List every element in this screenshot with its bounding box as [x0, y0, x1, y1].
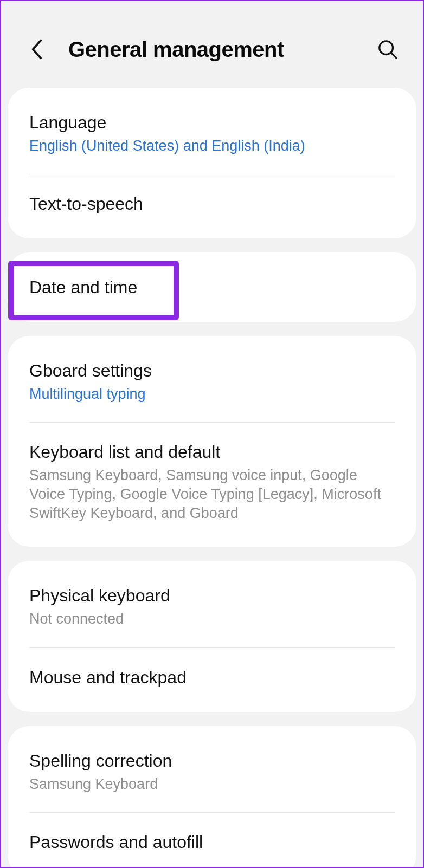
settings-group-datetime: Date and time: [8, 252, 416, 322]
header: General management: [1, 1, 423, 88]
search-button[interactable]: [374, 36, 401, 63]
svg-line-1: [391, 53, 397, 59]
spelling-title: Spelling correction: [29, 750, 395, 772]
search-icon: [377, 39, 398, 60]
autofill-title: Passwords and autofill: [29, 831, 395, 853]
settings-screen: General management Language English (Uni…: [1, 1, 423, 868]
page-title: General management: [68, 37, 374, 62]
settings-group-input: Physical keyboard Not connected Mouse an…: [8, 561, 416, 711]
gboard-subtitle: Multilingual typing: [29, 385, 395, 404]
spelling-correction-item[interactable]: Spelling correction Samsung Keyboard: [8, 726, 416, 812]
mouse-title: Mouse and trackpad: [29, 666, 395, 688]
passwords-autofill-item[interactable]: Passwords and autofill: [8, 813, 416, 868]
language-subtitle: English (United States) and English (Ind…: [29, 137, 395, 156]
language-title: Language: [29, 112, 395, 133]
spelling-subtitle: Samsung Keyboard: [29, 775, 395, 794]
back-arrow-icon: [31, 39, 43, 60]
gboard-settings-item[interactable]: Gboard settings Multilingual typing: [8, 336, 416, 422]
physical-keyboard-item[interactable]: Physical keyboard Not connected: [8, 561, 416, 647]
language-item[interactable]: Language English (United States) and Eng…: [8, 88, 416, 174]
datetime-title: Date and time: [29, 276, 395, 298]
physical-subtitle: Not connected: [29, 610, 395, 629]
keyboardlist-title: Keyboard list and default: [29, 441, 395, 463]
settings-group-language: Language English (United States) and Eng…: [8, 88, 416, 238]
mouse-trackpad-item[interactable]: Mouse and trackpad: [8, 648, 416, 712]
physical-title: Physical keyboard: [29, 585, 395, 606]
keyboard-list-item[interactable]: Keyboard list and default Samsung Keyboa…: [8, 423, 416, 547]
gboard-title: Gboard settings: [29, 360, 395, 381]
settings-group-keyboard: Gboard settings Multilingual typing Keyb…: [8, 336, 416, 547]
tts-title: Text-to-speech: [29, 193, 395, 215]
settings-group-text: Spelling correction Samsung Keyboard Pas…: [8, 726, 416, 868]
date-and-time-item[interactable]: Date and time: [8, 252, 416, 322]
text-to-speech-item[interactable]: Text-to-speech: [8, 174, 416, 238]
keyboardlist-subtitle: Samsung Keyboard, Samsung voice input, G…: [29, 466, 395, 523]
back-button[interactable]: [25, 37, 49, 61]
